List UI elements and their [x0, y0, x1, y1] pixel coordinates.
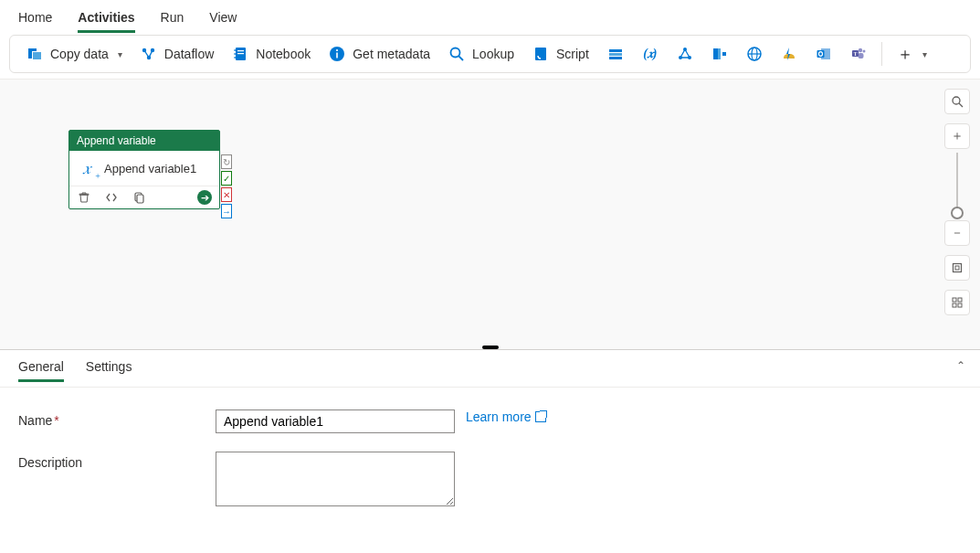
- append-variable-icon: 𝑥: [77, 158, 97, 178]
- properties-tabs: General Settings ⌃: [0, 350, 980, 388]
- toolbar-webhook[interactable]: [668, 42, 702, 66]
- svg-rect-7: [235, 53, 236, 55]
- menu-tab-view[interactable]: View: [209, 6, 237, 32]
- dataflow-icon: [141, 46, 157, 62]
- toolbar-label: Dataflow: [164, 47, 214, 61]
- svg-text:T: T: [854, 51, 858, 57]
- svg-rect-23: [722, 52, 726, 56]
- zoom-out-button[interactable]: －: [944, 220, 970, 246]
- learn-more-label: Learn more: [466, 409, 532, 424]
- web-icon: [746, 46, 763, 62]
- learn-more-link[interactable]: Learn more: [466, 409, 546, 424]
- activity-name-label: Append variable1: [104, 162, 196, 175]
- databricks-icon: [711, 46, 728, 62]
- variable-icon: (𝑥): [642, 46, 659, 62]
- activity-node-append-variable[interactable]: Append variable 𝑥 Append variable1 ➔ ↻ ✓…: [68, 130, 220, 209]
- menu-tab-activities[interactable]: Activities: [78, 6, 134, 32]
- svg-rect-15: [609, 49, 622, 52]
- svg-rect-22: [718, 48, 721, 59]
- svg-rect-32: [858, 53, 863, 58]
- plus-icon: ＋: [897, 46, 913, 62]
- svg-rect-17: [609, 57, 622, 59]
- toolbar-script[interactable]: Script: [523, 42, 598, 66]
- svg-rect-43: [953, 303, 956, 307]
- external-link-icon: [535, 411, 546, 422]
- copy-data-icon: [26, 46, 43, 62]
- toolbar-label: Get metadata: [353, 47, 430, 61]
- svg-rect-39: [954, 264, 962, 272]
- svg-point-11: [336, 49, 338, 51]
- menu-tab-home[interactable]: Home: [18, 6, 52, 32]
- script-icon: [532, 46, 549, 62]
- toolbar-databricks[interactable]: [702, 42, 737, 66]
- activity-output-ports: ↻ ✓ ✕ →: [221, 154, 232, 218]
- activity-type-label: Append variable: [69, 131, 219, 151]
- svg-rect-4: [237, 50, 244, 51]
- zoom-in-button[interactable]: ＋: [944, 123, 970, 149]
- copy-activity-button[interactable]: [132, 190, 146, 205]
- run-activity-button[interactable]: ➔: [197, 190, 212, 205]
- menu-tab-run[interactable]: Run: [161, 6, 184, 32]
- zoom-fit-button[interactable]: [944, 255, 970, 281]
- svg-rect-5: [237, 53, 244, 54]
- port-skip[interactable]: →: [221, 204, 232, 218]
- props-tab-general[interactable]: General: [18, 359, 64, 381]
- toolbar-add-activity[interactable]: ＋ ▾: [888, 42, 936, 66]
- delete-activity-button[interactable]: [77, 190, 91, 205]
- notebook-icon: [232, 46, 248, 62]
- svg-rect-44: [958, 303, 962, 307]
- description-input[interactable]: [216, 452, 455, 506]
- description-label: Description: [18, 452, 216, 470]
- main-menu: Home Activities Run View: [0, 0, 980, 31]
- svg-point-12: [451, 48, 460, 58]
- toolbar-separator: [881, 42, 882, 66]
- azure-function-icon: [781, 46, 797, 62]
- zoom-slider[interactable]: [956, 153, 958, 217]
- toolbar-lookup[interactable]: Lookup: [439, 42, 523, 66]
- svg-rect-10: [336, 53, 338, 58]
- zoom-slider-thumb[interactable]: [951, 207, 964, 219]
- collapse-panel-button[interactable]: ⌃: [956, 359, 965, 372]
- toolbar-notebook[interactable]: Notebook: [223, 42, 320, 66]
- toolbar-label: Copy data: [50, 47, 109, 61]
- toolbar-label: Script: [556, 47, 589, 61]
- properties-form: Name* Learn more Description: [0, 388, 980, 547]
- chevron-down-icon: ▾: [118, 49, 122, 59]
- lookup-icon: [448, 46, 465, 62]
- toolbar-web[interactable]: [737, 42, 772, 66]
- activities-toolbar: Copy data ▾ Dataflow Notebook Get metada…: [9, 35, 971, 73]
- toolbar-get-metadata[interactable]: Get metadata: [320, 42, 439, 66]
- toolbar-azure-function[interactable]: [772, 42, 806, 66]
- svg-rect-41: [953, 298, 956, 302]
- toolbar-outlook[interactable]: [806, 42, 841, 66]
- properties-panel: General Settings ⌃ Name* Learn more Desc…: [0, 349, 980, 547]
- svg-rect-8: [235, 57, 236, 58]
- code-view-button[interactable]: [104, 190, 119, 205]
- port-completion[interactable]: ↻: [221, 154, 232, 169]
- toolbar-stored-procedure[interactable]: [598, 42, 633, 66]
- pipeline-canvas[interactable]: Append variable 𝑥 Append variable1 ➔ ↻ ✓…: [0, 79, 980, 349]
- port-failure[interactable]: ✕: [221, 187, 232, 202]
- minimap-button[interactable]: [944, 290, 970, 315]
- props-tab-settings[interactable]: Settings: [86, 359, 132, 381]
- toolbar-dataflow[interactable]: Dataflow: [132, 42, 223, 66]
- toolbar-copy-data[interactable]: Copy data ▾: [17, 42, 132, 66]
- metadata-icon: [329, 46, 345, 62]
- teams-icon: T: [850, 46, 867, 62]
- toolbar-teams[interactable]: T: [841, 42, 876, 66]
- toolbar-set-variable[interactable]: (𝑥): [633, 42, 668, 66]
- stored-procedure-icon: [607, 46, 624, 62]
- webhook-icon: [677, 46, 693, 62]
- svg-line-13: [458, 56, 463, 60]
- svg-rect-40: [955, 266, 959, 270]
- svg-point-30: [859, 48, 862, 52]
- svg-point-31: [862, 50, 865, 53]
- chevron-down-icon: ▾: [922, 49, 927, 59]
- port-success[interactable]: ✓: [221, 171, 232, 186]
- search-canvas-button[interactable]: [944, 89, 970, 114]
- name-input[interactable]: [216, 409, 455, 433]
- outlook-icon: [816, 46, 832, 62]
- svg-line-38: [959, 103, 963, 107]
- panel-resize-handle[interactable]: [482, 346, 499, 349]
- toolbar-label: Lookup: [472, 47, 514, 61]
